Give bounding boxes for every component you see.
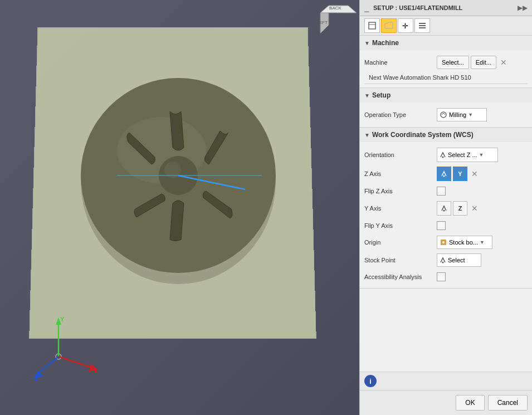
operation-type-arrow: ▼ bbox=[468, 112, 473, 118]
flip-y-controls bbox=[437, 221, 528, 230]
y-axis-row: Y Axis Z ✕ bbox=[364, 199, 528, 218]
tab-setup-btn[interactable] bbox=[364, 18, 380, 33]
accessibility-label: Accessibility Analysis bbox=[364, 274, 437, 280]
right-panel: ⎯ SETUP : USE1/4FLATENDMILL ▶▶ ✛ ▼ Machi… bbox=[359, 0, 532, 415]
y-axis-label: Y Axis bbox=[364, 205, 437, 212]
svg-line-16 bbox=[58, 357, 92, 368]
stock-point-btn[interactable]: Select bbox=[437, 253, 481, 267]
setup-section-header[interactable]: ▼ Setup bbox=[360, 88, 532, 102]
z-axis-value: Y bbox=[458, 170, 462, 177]
svg-rect-25 bbox=[419, 23, 426, 24]
stock-point-controls: Select bbox=[437, 253, 528, 267]
panel-toolbar: ✛ bbox=[360, 16, 532, 36]
panel-header: ⎯ SETUP : USE1/4FLATENDMILL ▶▶ bbox=[360, 0, 532, 16]
accessibility-checkbox[interactable] bbox=[437, 272, 446, 281]
origin-arrow: ▼ bbox=[480, 240, 485, 245]
flip-y-label: Flip Y Axis bbox=[364, 222, 437, 229]
accessibility-controls bbox=[437, 272, 528, 281]
forward-icon[interactable]: ▶▶ bbox=[518, 4, 528, 12]
setup-section: ▼ Setup Operation Type Milling ▼ bbox=[360, 88, 532, 128]
stock-point-row: Stock Point Select bbox=[364, 251, 528, 269]
panel-title: SETUP : USE1/4FLATENDMILL bbox=[373, 4, 515, 11]
wcs-section-body: Orientation Select Z ... ▼ Z Axis bbox=[360, 142, 532, 288]
bottom-bar: OK Cancel bbox=[360, 390, 532, 415]
svg-text:X: X bbox=[94, 368, 98, 374]
info-icon-bar: i bbox=[360, 372, 532, 390]
operation-type-select[interactable]: Milling ▼ bbox=[437, 108, 487, 121]
machine-collapse-arrow: ▼ bbox=[364, 40, 370, 46]
flip-z-row: Flip Z Axis bbox=[364, 183, 528, 199]
origin-label: Origin bbox=[364, 239, 437, 246]
flip-z-controls bbox=[437, 187, 528, 196]
orientation-controls: Select Z ... ▼ bbox=[437, 148, 528, 162]
machine-section-header[interactable]: ▼ Machine bbox=[360, 36, 532, 50]
z-axis-select-btn[interactable] bbox=[437, 167, 451, 181]
svg-point-29 bbox=[442, 157, 444, 158]
machine-info-bar: Next Wave Automation Shark HD 510 bbox=[364, 71, 528, 84]
machine-section-body: Machine Select... Edit... ✕ Next Wave Au… bbox=[360, 50, 532, 87]
wcs-section-header[interactable]: ▼ Work Coordinate System (WCS) bbox=[360, 128, 532, 142]
setup-section-title: Setup bbox=[372, 91, 391, 99]
info-icon[interactable]: i bbox=[364, 375, 377, 387]
operation-type-label: Operation Type bbox=[364, 111, 437, 118]
flip-y-row: Flip Y Axis bbox=[364, 218, 528, 233]
cancel-button[interactable]: Cancel bbox=[488, 395, 528, 411]
y-axis-clear-btn[interactable]: ✕ bbox=[469, 204, 480, 213]
origin-value: Stock bo... bbox=[449, 239, 478, 246]
view-cube[interactable]: BACK LEFT bbox=[312, 3, 357, 36]
stock-point-value: Select bbox=[448, 257, 465, 263]
origin-select[interactable]: Stock bo... ▼ bbox=[437, 236, 492, 249]
svg-point-30 bbox=[443, 175, 445, 177]
tab-list-btn[interactable] bbox=[414, 18, 430, 33]
svg-text:Y: Y bbox=[60, 316, 65, 323]
wcs-collapse-arrow: ▼ bbox=[364, 132, 370, 138]
z-axis-value-btn[interactable]: Y bbox=[453, 167, 467, 181]
flip-z-label: Flip Z Axis bbox=[364, 188, 437, 194]
orientation-row: Orientation Select Z ... ▼ bbox=[364, 145, 528, 164]
y-axis-controls: Z ✕ bbox=[437, 201, 528, 216]
flip-y-checkbox[interactable] bbox=[437, 221, 446, 230]
machine-clear-btn[interactable]: ✕ bbox=[498, 58, 509, 67]
machine-edit-btn[interactable]: Edit... bbox=[471, 56, 496, 69]
orientation-value: Select Z ... bbox=[448, 152, 477, 158]
ok-button[interactable]: OK bbox=[456, 395, 484, 411]
orientation-arrow: ▼ bbox=[479, 152, 484, 158]
coordinate-axes: Y X Z bbox=[33, 315, 100, 382]
stock-point-label: Stock Point bbox=[364, 257, 437, 263]
setup-collapse-arrow: ▼ bbox=[364, 92, 370, 99]
origin-controls: Stock bo... ▼ bbox=[437, 236, 528, 249]
accessibility-row: Accessibility Analysis bbox=[364, 269, 528, 285]
tab-folder-btn[interactable] bbox=[381, 18, 397, 33]
y-axis-select-btn[interactable] bbox=[437, 201, 451, 216]
svg-text:✛: ✛ bbox=[402, 22, 408, 30]
svg-point-31 bbox=[443, 210, 445, 212]
wcs-section-title: Work Coordinate System (WCS) bbox=[372, 131, 474, 139]
orientation-label: Orientation bbox=[364, 152, 437, 158]
machine-row: Machine Select... Edit... ✕ bbox=[364, 53, 528, 71]
3d-viewport[interactable]: BACK LEFT bbox=[0, 0, 359, 415]
machine-select-btn[interactable]: Select... bbox=[437, 56, 469, 69]
svg-rect-27 bbox=[419, 27, 426, 28]
machine-controls: Select... Edit... ✕ bbox=[437, 56, 528, 69]
y-axis-value-btn[interactable]: Z bbox=[453, 201, 467, 216]
z-axis-controls: Y ✕ bbox=[437, 167, 528, 181]
svg-text:BACK: BACK bbox=[329, 6, 341, 11]
svg-text:Z: Z bbox=[35, 375, 38, 382]
svg-point-34 bbox=[442, 262, 444, 263]
tab-move-btn[interactable]: ✛ bbox=[398, 18, 413, 33]
panel-content: ▼ Machine Machine Select... Edit... ✕ Ne… bbox=[360, 36, 532, 372]
setup-section-body: Operation Type Milling ▼ bbox=[360, 102, 532, 127]
machine-section-title: Machine bbox=[372, 39, 399, 47]
operation-type-controls: Milling ▼ bbox=[437, 108, 528, 121]
collapse-icon[interactable]: ⎯ bbox=[364, 3, 369, 12]
machine-label: Machine bbox=[364, 59, 437, 66]
machine-section: ▼ Machine Machine Select... Edit... ✕ Ne… bbox=[360, 36, 532, 88]
z-axis-label: Z Axis bbox=[364, 170, 437, 177]
orientation-select[interactable]: Select Z ... ▼ bbox=[437, 148, 498, 162]
wcs-section: ▼ Work Coordinate System (WCS) Orientati… bbox=[360, 128, 532, 289]
z-axis-row: Z Axis Y ✕ bbox=[364, 164, 528, 183]
svg-rect-26 bbox=[419, 25, 426, 26]
flip-z-checkbox[interactable] bbox=[437, 187, 446, 196]
z-axis-clear-btn[interactable]: ✕ bbox=[469, 169, 480, 178]
svg-text:LEFT: LEFT bbox=[316, 20, 328, 25]
